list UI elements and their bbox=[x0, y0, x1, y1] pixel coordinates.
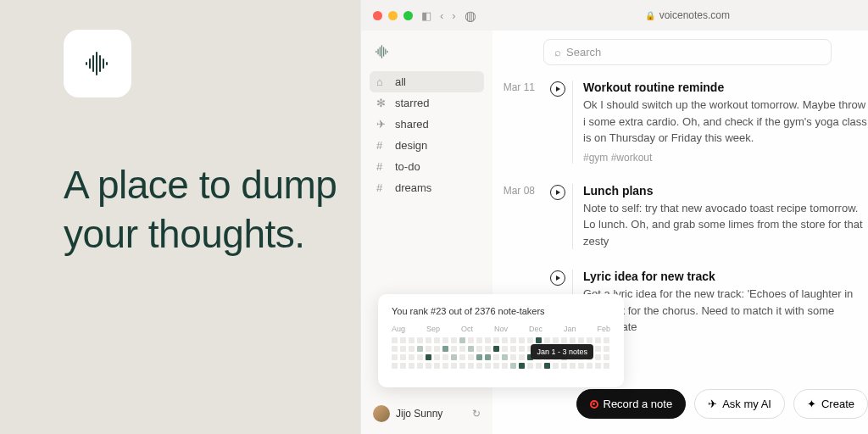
home-icon: ⌂ bbox=[376, 75, 388, 88]
heatmap-card: You rank #23 out of 2376 note-takers Aug… bbox=[378, 294, 624, 387]
svg-rect-0 bbox=[86, 62, 87, 65]
hash-icon: # bbox=[376, 139, 388, 152]
hash-icon: # bbox=[376, 160, 388, 173]
svg-rect-7 bbox=[376, 51, 376, 53]
sidebar-item-shared[interactable]: ✈ shared bbox=[370, 114, 484, 135]
note-title: Workout routine reminde bbox=[583, 81, 868, 94]
sidebar-item-label: design bbox=[395, 139, 427, 152]
sidebar-item-label: all bbox=[395, 75, 406, 88]
avatar bbox=[373, 405, 390, 422]
heatmap-grid[interactable]: Jan 1 - 3 notes bbox=[392, 337, 610, 369]
svg-rect-10 bbox=[381, 45, 382, 58]
svg-rect-12 bbox=[385, 49, 386, 55]
sidebar-item-label: dreams bbox=[395, 181, 431, 194]
heatmap-tooltip: Jan 1 - 3 notes bbox=[531, 344, 593, 359]
browser-toolbar: ◧ ‹ › ◍ 🔒 voicenotes.com bbox=[361, 0, 868, 31]
star-icon: ✻ bbox=[376, 97, 388, 109]
heatmap-title: You rank #23 out of 2376 note-takers bbox=[392, 306, 610, 316]
logo-small[interactable] bbox=[373, 42, 392, 61]
sidebar-item-starred[interactable]: ✻ starred bbox=[370, 92, 484, 114]
sidebar-toggle-icon[interactable]: ◧ bbox=[421, 9, 431, 22]
hash-icon: # bbox=[376, 181, 388, 194]
note-tags: #gym #workout bbox=[583, 152, 868, 164]
user-name: Jijo Sunny bbox=[396, 408, 442, 420]
note-row[interactable]: Mar 08 Lunch plans Note to self: try tha… bbox=[492, 184, 868, 270]
history-icon[interactable]: ↻ bbox=[472, 408, 481, 420]
svg-rect-8 bbox=[378, 49, 379, 55]
search-placeholder: Search bbox=[566, 46, 601, 58]
note-text: Got a lyric idea for the new track: 'Ech… bbox=[583, 286, 868, 336]
svg-rect-9 bbox=[380, 47, 381, 57]
send-icon: ✈ bbox=[708, 398, 717, 410]
sidebar-item-label: starred bbox=[395, 97, 429, 109]
play-icon[interactable] bbox=[550, 185, 565, 200]
privacy-shield-icon[interactable]: ◍ bbox=[465, 8, 476, 24]
svg-rect-3 bbox=[96, 52, 97, 75]
svg-rect-4 bbox=[99, 55, 101, 72]
sidebar-item-label: to-do bbox=[395, 160, 420, 173]
note-title: Lunch plans bbox=[583, 184, 868, 198]
action-bar: Record a note ✈ Ask my AI ✦ Create bbox=[576, 389, 869, 419]
record-label: Record a note bbox=[604, 398, 673, 410]
sidebar-item-dreams[interactable]: # dreams bbox=[370, 177, 484, 198]
hero-tagline: A place to dump your thoughts. bbox=[64, 161, 360, 259]
sidebar-item-label: shared bbox=[395, 118, 429, 131]
svg-rect-13 bbox=[387, 51, 388, 53]
send-icon: ✈ bbox=[376, 118, 388, 131]
create-button[interactable]: ✦ Create bbox=[793, 389, 868, 419]
search-input[interactable]: ⌕ Search bbox=[543, 39, 832, 65]
note-title: Lyric idea for new track bbox=[583, 270, 868, 283]
note-text: Note to self: try that new avocado toast… bbox=[583, 200, 868, 250]
svg-rect-5 bbox=[103, 58, 104, 69]
sparkle-icon: ✦ bbox=[807, 398, 816, 410]
svg-rect-6 bbox=[106, 62, 108, 65]
svg-rect-11 bbox=[383, 47, 384, 57]
forward-icon[interactable]: › bbox=[452, 9, 455, 22]
lock-icon: 🔒 bbox=[645, 11, 655, 20]
create-label: Create bbox=[821, 398, 854, 410]
sidebar: ⌂ all ✻ starred ✈ shared # design # to-d… bbox=[361, 31, 492, 434]
note-date: Mar 08 bbox=[492, 184, 535, 250]
play-icon[interactable] bbox=[550, 81, 565, 97]
app-logo bbox=[64, 30, 131, 97]
sidebar-item-all[interactable]: ⌂ all bbox=[370, 71, 484, 92]
note-text: Ok I should switch up the workout tomorr… bbox=[583, 97, 868, 147]
svg-rect-1 bbox=[89, 58, 91, 69]
record-icon bbox=[590, 400, 598, 409]
url-text: voicenotes.com bbox=[659, 9, 730, 21]
play-icon[interactable] bbox=[550, 270, 565, 286]
user-row[interactable]: Jijo Sunny ↻ bbox=[373, 405, 481, 422]
back-icon[interactable]: ‹ bbox=[440, 9, 443, 22]
url-bar[interactable]: 🔒 voicenotes.com bbox=[519, 9, 856, 21]
sidebar-item-design[interactable]: # design bbox=[370, 135, 484, 156]
traffic-lights[interactable] bbox=[373, 11, 413, 20]
sidebar-item-todo[interactable]: # to-do bbox=[370, 156, 484, 177]
ask-label: Ask my AI bbox=[722, 398, 771, 410]
svg-rect-2 bbox=[92, 55, 94, 72]
heatmap-months: AugSepOctNovDecJanFeb bbox=[392, 325, 610, 333]
search-icon: ⌕ bbox=[554, 46, 561, 58]
note-row[interactable]: Mar 11 Workout routine reminde Ok I shou… bbox=[492, 81, 868, 184]
ask-ai-button[interactable]: ✈ Ask my AI bbox=[694, 389, 785, 419]
record-button[interactable]: Record a note bbox=[576, 389, 687, 419]
note-date: Mar 11 bbox=[492, 81, 535, 164]
